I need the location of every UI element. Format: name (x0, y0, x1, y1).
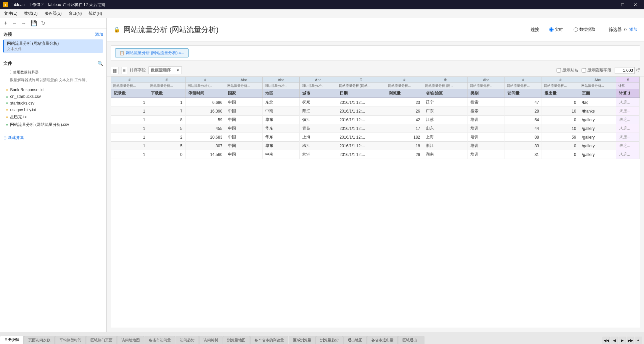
col-header-11[interactable]: 退出量 (542, 89, 579, 98)
star-icon[interactable]: ✦ (3, 20, 8, 26)
refresh-icon[interactable]: ↻ (41, 20, 45, 26)
file-item-3[interactable]: ≡ usagov bitly.txt (3, 107, 103, 113)
filter-add-button[interactable]: 添加 (629, 27, 637, 32)
cell-3-province: 山东 (423, 124, 467, 133)
live-radio-option[interactable]: 实时 (549, 27, 563, 32)
minimize-button[interactable]: ─ (604, 0, 616, 9)
forward-icon[interactable]: → (21, 20, 26, 26)
cell-1-duration: 16,390 (185, 107, 225, 116)
cell-6-region: 中南 (262, 150, 299, 159)
cell-6-date: 2016/1/1 12:... (337, 150, 386, 159)
col-header-2[interactable]: 停留时间 (185, 89, 225, 98)
connect-add-button[interactable]: 添加 (95, 32, 103, 37)
col-header-9[interactable]: 类别 (467, 89, 505, 98)
file-csv-icon-5: ≡ (6, 123, 8, 127)
tab-sheet-10[interactable]: 浏览量趋势 (316, 336, 343, 344)
col-src-13: 计算 (616, 83, 640, 89)
show-hidden-checkbox-label[interactable]: 显示隐藏字段 (582, 67, 611, 73)
tab-sheet-11[interactable]: 退出地图 (343, 336, 367, 344)
active-source-item[interactable]: 网站流量分析 (网站流量分析) 文本文件 (3, 39, 103, 53)
menu-help[interactable]: 帮助(H) (86, 10, 105, 17)
col-type-0: # (111, 77, 148, 83)
cell-2-page: /gallery (579, 116, 616, 124)
tab-datasource-label: 数据源 (8, 338, 19, 342)
cell-4-duration: 20,683 (185, 133, 225, 142)
cell-5-record: 1 (111, 142, 148, 150)
tab-sheet-12[interactable]: 各省市退出量 (367, 336, 398, 344)
sort-dropdown[interactable]: 数据源顺序 ▼ (148, 66, 182, 74)
tab-sheet-9[interactable]: 区域浏览量 (289, 336, 316, 344)
file-item-1[interactable]: ≡ cn_starbucks.csv (3, 93, 103, 100)
nav-last-button[interactable]: ▶▶ (627, 337, 634, 344)
col-header-10[interactable]: 访问量 (505, 89, 542, 98)
extract-radio-option[interactable]: 数据提取 (574, 27, 595, 32)
row-count-input[interactable] (615, 67, 635, 74)
use-interpreter-label: 使用数据解释器 (13, 70, 39, 75)
tab-datasource-icon: ⊞ (4, 338, 7, 342)
col-header-4[interactable]: 地区 (262, 89, 299, 98)
use-interpreter-checkbox[interactable] (7, 70, 11, 74)
file-item-2[interactable]: ≡ starbucks.csv (3, 100, 103, 107)
menu-data[interactable]: 数据(D) (21, 10, 40, 17)
file-item-4[interactable]: ≡ 星巴克.txt (3, 113, 103, 121)
maximize-button[interactable]: □ (617, 0, 629, 9)
file-tab-icon: 📋 (119, 51, 124, 55)
menu-window[interactable]: 窗口(N) (66, 10, 85, 17)
cell-1-download: 7 (148, 107, 185, 116)
cell-5-date: 2016/1/1 12:... (337, 142, 386, 150)
col-header-6[interactable]: 日期 (337, 89, 386, 98)
tab-sheet-13[interactable]: 区域退出... (398, 336, 424, 344)
tab-sheet-0-label: 页面访问次数 (28, 338, 50, 342)
col-header-7[interactable]: 浏览量 (386, 89, 423, 98)
file-item-5[interactable]: ≡ 网站流量分析 (网站流量分析).csv (3, 121, 103, 129)
show-hidden-checkbox[interactable] (582, 68, 586, 72)
col-header-5[interactable]: 城市 (300, 89, 337, 98)
cell-2-date: 2016/1/1 12:... (337, 116, 386, 124)
show-aliases-checkbox-label[interactable]: 显示别名 (557, 67, 578, 73)
col-header-1[interactable]: 下载数 (148, 89, 185, 98)
menu-file[interactable]: 文件(E) (1, 10, 20, 17)
cell-2-browser: 42 (386, 116, 423, 124)
col-header-3[interactable]: 国家 (225, 89, 262, 98)
tab-sheet-7[interactable]: 浏览量地图 (223, 336, 250, 344)
close-button[interactable]: ✕ (629, 0, 641, 9)
nav-first-button[interactable]: ◀◀ (603, 337, 610, 344)
col-header-13[interactable]: 计算 1 (616, 89, 640, 98)
save-icon[interactable]: 💾 (30, 20, 37, 26)
grid-view-icon[interactable]: ▦ (111, 67, 118, 74)
tab-sheet-6[interactable]: 访问树树 (199, 336, 223, 344)
live-radio[interactable] (549, 27, 554, 32)
show-aliases-checkbox[interactable] (557, 68, 561, 72)
cell-6-exits: 0 (542, 150, 579, 159)
cell-2-category: 培训 (467, 116, 505, 124)
tab-sheet-4[interactable]: 各省市访问量 (144, 336, 175, 344)
col-header-8[interactable]: 省/自治区 (423, 89, 467, 98)
new-sheet-button[interactable]: + (635, 337, 642, 344)
file-tab[interactable]: 📋 网站流量分析 (网站流量分析).c... (115, 48, 189, 57)
col-header-12[interactable]: 页面 (579, 89, 616, 98)
nav-next-button[interactable]: ▶ (619, 337, 626, 344)
file-item-0[interactable]: ≡ Bank Response.txt (3, 87, 103, 93)
active-source-title: 网站流量分析 (网站流量分析) (7, 41, 100, 46)
col-header-0[interactable]: 记录数 (111, 89, 148, 98)
search-icon[interactable]: 🔍 (97, 61, 103, 66)
tab-sheet-2[interactable]: 区域热门页面 (86, 336, 117, 344)
tab-sheet-8[interactable]: 各个省市的浏览量 (250, 336, 288, 344)
tab-sheet-5[interactable]: 访问趋势 (176, 336, 199, 344)
back-icon[interactable]: ← (12, 20, 17, 26)
cell-4-city: 上海 (300, 133, 337, 142)
nav-prev-button[interactable]: ◀ (611, 337, 618, 344)
list-view-icon[interactable]: ≡ (121, 67, 127, 74)
tab-sheet-1[interactable]: 平均停留时间 (55, 336, 86, 344)
extract-radio[interactable] (574, 27, 578, 32)
cell-4-download: 2 (148, 133, 185, 142)
tab-datasource[interactable]: ⊞ 数据源 (0, 336, 24, 344)
menu-server[interactable]: 服务器(S) (42, 10, 64, 17)
new-union-button[interactable]: ⊞ 新建并集 (0, 134, 106, 142)
tab-sheet-3[interactable]: 访问地地图 (117, 336, 144, 344)
cell-3-city: 青岛 (300, 124, 337, 133)
cell-0-record: 1 (111, 98, 148, 107)
tab-sheet-0[interactable]: 页面访问次数 (24, 336, 55, 344)
tab-sheet-13-label: 区域退出... (402, 338, 420, 342)
cell-6-country: 中国 (225, 150, 262, 159)
